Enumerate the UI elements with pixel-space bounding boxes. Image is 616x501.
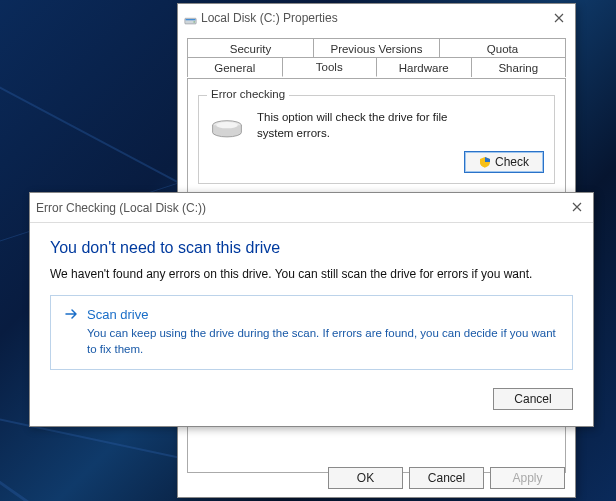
tab-previous-versions[interactable]: Previous Versions (313, 38, 440, 58)
ok-button[interactable]: OK (328, 467, 403, 489)
dialog-titlebar[interactable]: Error Checking (Local Disk (C:)) (30, 193, 593, 223)
error-checking-group: Error checking This option will check th… (198, 95, 555, 184)
dialog-title: Error Checking (Local Disk (C:)) (36, 201, 206, 215)
tab-sharing[interactable]: Sharing (471, 57, 567, 77)
dialog-body: You don't need to scan this drive We hav… (30, 223, 593, 420)
cancel-button[interactable]: Cancel (409, 467, 484, 489)
svg-rect-1 (186, 19, 196, 20)
tab-security[interactable]: Security (187, 38, 314, 58)
tab-tools[interactable]: Tools (282, 57, 378, 77)
dialog-footer: Cancel (50, 388, 573, 410)
tab-hardware[interactable]: Hardware (376, 57, 472, 77)
error-checking-legend: Error checking (207, 88, 289, 100)
scan-drive-desc: You can keep using the drive during the … (87, 326, 558, 357)
properties-titlebar[interactable]: Local Disk (C:) Properties (178, 4, 575, 32)
svg-point-4 (216, 122, 238, 128)
dialog-subtext: We haven't found any errors on this driv… (50, 267, 573, 281)
tab-quota[interactable]: Quota (439, 38, 566, 58)
tab-general[interactable]: General (187, 57, 283, 77)
scan-drive-label: Scan drive (87, 307, 148, 322)
close-icon[interactable] (567, 197, 587, 217)
close-icon[interactable] (549, 8, 569, 28)
properties-title: Local Disk (C:) Properties (201, 11, 338, 25)
apply-button: Apply (490, 467, 565, 489)
drive-icon (209, 118, 245, 140)
disk-icon (184, 12, 197, 25)
error-checking-dialog: Error Checking (Local Disk (C:)) You don… (29, 192, 594, 427)
check-button[interactable]: Check (464, 151, 544, 173)
scan-drive-option[interactable]: Scan drive You can keep using the drive … (50, 295, 573, 370)
uac-shield-icon (479, 156, 491, 168)
dialog-cancel-button[interactable]: Cancel (493, 388, 573, 410)
properties-footer: OK Cancel Apply (328, 467, 565, 489)
tab-strip: Security Previous Versions Quota General… (187, 38, 566, 78)
dialog-headline: You don't need to scan this drive (50, 239, 573, 257)
arrow-right-icon (65, 306, 79, 323)
svg-point-2 (194, 21, 195, 22)
error-checking-text: This option will check the drive for fil… (257, 110, 477, 141)
